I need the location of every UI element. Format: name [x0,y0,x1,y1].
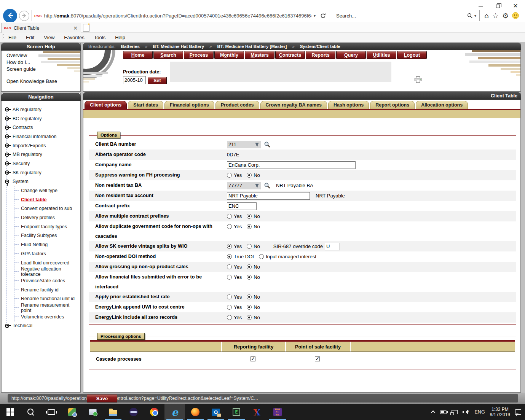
sidebar-item-technical[interactable]: Technical [5,321,80,331]
nav-button-utilities[interactable]: Utilities [367,51,396,59]
radio-selected-icon[interactable] [227,254,232,259]
tree-label[interactable]: Imports/Exports [13,143,46,148]
radio-selected-icon[interactable] [247,264,252,269]
taskbar-sql-server-icon[interactable] [82,404,103,420]
radio-option-yes[interactable]: Yes [227,172,242,178]
tree-label[interactable]: Facility Subtypes [21,233,57,238]
radio-option-yes[interactable]: Yes [227,213,242,219]
help-link-how-do-i[interactable]: How do I... [2,59,80,65]
sidebar-item-client-table[interactable]: Client table [14,195,80,204]
feedback-smiley-icon[interactable] [512,12,519,19]
search-dropdown-icon[interactable]: ▾ [474,14,476,18]
radio-unselected-icon[interactable] [227,264,232,269]
tree-collapsed-icon[interactable] [5,153,9,157]
sidebar-item-system[interactable]: System [5,177,80,186]
tree-label[interactable]: Rename facility id [21,287,59,293]
sidebar-item-contracts[interactable]: Contracts [5,123,80,132]
help-link-overview[interactable]: Overview [2,52,80,59]
tree-collapsed-icon[interactable] [5,143,9,148]
menu-edit[interactable]: Edit [26,35,34,40]
radio-option-yes[interactable]: Yes [227,243,242,249]
nav-button-monthly[interactable]: Monthly [214,51,244,59]
tab-close-icon[interactable]: ✕ [72,25,78,31]
breadcrumb-item-bt-medicine-hat-battery-master[interactable]: BT: Medicine Hat Battery [Master] [217,44,287,49]
tree-label[interactable]: System [13,179,29,184]
tree-label[interactable]: Convert operated to sub [21,206,72,211]
menu-file[interactable]: File [8,35,16,40]
taskbar-console-icon[interactable]: E [226,404,247,420]
radio-option-no[interactable]: No [247,172,260,178]
sidebar-item-rename-facility-id[interactable]: Rename facility id [14,285,80,294]
lookup-magnifier-icon[interactable] [264,141,270,148]
sir-687-override-code-input[interactable] [325,243,340,250]
breadcrumb-item-bt-medicine-hat-battery[interactable]: BT: Medicine Hat Battery [153,44,204,49]
tree-collapsed-icon[interactable] [5,170,9,175]
nav-button-masters[interactable]: Masters [245,51,274,59]
tab-product-codes[interactable]: Product codes [215,101,259,109]
tree-collapsed-icon[interactable] [5,116,9,121]
tree-label[interactable]: Client table [21,197,46,202]
nav-button-process[interactable]: Process [184,51,214,59]
sidebar-item-change-well-type[interactable]: Change well type [14,186,80,195]
sidebar-item-bc-regulatory[interactable]: BC regulatory [5,114,80,123]
tree-collapsed-icon[interactable] [5,107,9,111]
radio-option-no[interactable]: No [247,274,260,280]
radio-selected-icon[interactable] [247,275,252,280]
forward-button[interactable] [19,11,29,21]
contract-prefix-input[interactable] [227,202,257,210]
tree-label[interactable]: Fluid Netting [21,242,48,247]
radio-option-yes[interactable]: Yes [227,224,242,229]
menu-view[interactable]: View [44,35,54,40]
point-of-sale-facility-checkbox[interactable] [315,356,320,361]
tree-expanded-icon[interactable] [5,180,9,184]
tree-label[interactable]: Contracts [13,125,33,130]
menu-favorites[interactable]: Favorites [64,35,84,40]
sidebar-item-negative-allocation-tolerance[interactable]: Negative allocation tolerance [14,267,80,276]
tab-allocation-options[interactable]: Allocation options [416,101,468,109]
volume-muted-icon[interactable]: ✕ [463,409,470,415]
help-link-screen-guide[interactable]: Screen guide [2,65,80,72]
language-indicator[interactable]: ENG [475,409,485,415]
radio-selected-icon[interactable] [247,214,252,219]
tree-label[interactable]: AB regulatory [13,107,41,112]
sidebar-item-ab-regulatory[interactable]: AB regulatory [5,105,80,114]
tree-label[interactable]: MB regulatory [13,152,42,157]
radio-selected-icon[interactable] [247,315,252,320]
radio-option-no[interactable]: No [247,264,260,270]
radio-selected-icon[interactable] [247,294,252,299]
nav-button-logout[interactable]: Logout [397,51,427,59]
tree-label[interactable]: Delivery profiles [21,215,55,220]
tab-report-options[interactable]: Report options [370,101,415,109]
tree-label[interactable]: Load fluid unrecovered [21,260,69,266]
radio-unselected-icon[interactable] [247,244,252,249]
new-tab-button[interactable] [83,24,89,32]
radio-option-no[interactable]: No [247,294,260,300]
sidebar-item-convert-operated-to-sub[interactable]: Convert operated to sub [14,204,80,213]
taskbar-search-icon[interactable] [21,404,41,420]
search-icon[interactable]: ▾ [467,13,476,19]
network-icon[interactable] [452,410,458,414]
search-box[interactable]: ▾ [333,10,480,21]
favorites-star-icon[interactable]: ☆ [492,12,499,19]
taskbar-eclipse-icon[interactable] [123,404,144,420]
tree-collapsed-icon[interactable] [5,134,9,138]
tray-chevron-up-icon[interactable] [431,410,435,415]
sidebar-item-province-state-codes[interactable]: Province/state codes [14,276,80,285]
taskbar-maps-icon[interactable] [62,404,82,420]
print-icon[interactable] [414,76,422,84]
client-ba-number-input[interactable]: 211 [227,141,261,148]
taskbar-java-ee-icon[interactable]: Java EEIDE [267,404,288,420]
radio-option-yes[interactable]: Yes [227,274,242,280]
non-resident-tax-account-input[interactable] [227,192,310,200]
radio-unselected-icon[interactable] [227,294,232,299]
tree-label[interactable]: SK regulatory [13,170,41,175]
radio-option-no[interactable]: No [247,304,260,310]
radio-option-no[interactable]: No [247,315,260,320]
sidebar-item-mb-regulatory[interactable]: MB regulatory [5,150,80,159]
taskbar-exceed-icon[interactable]: X [247,404,267,420]
refresh-icon[interactable] [318,13,328,19]
settings-gear-icon[interactable]: ⚙ [502,12,509,19]
menu-help[interactable]: Help [115,35,125,40]
browser-tab[interactable]: PAS Client Table ✕ [1,23,81,33]
home-icon[interactable]: ⌂ [484,12,489,19]
